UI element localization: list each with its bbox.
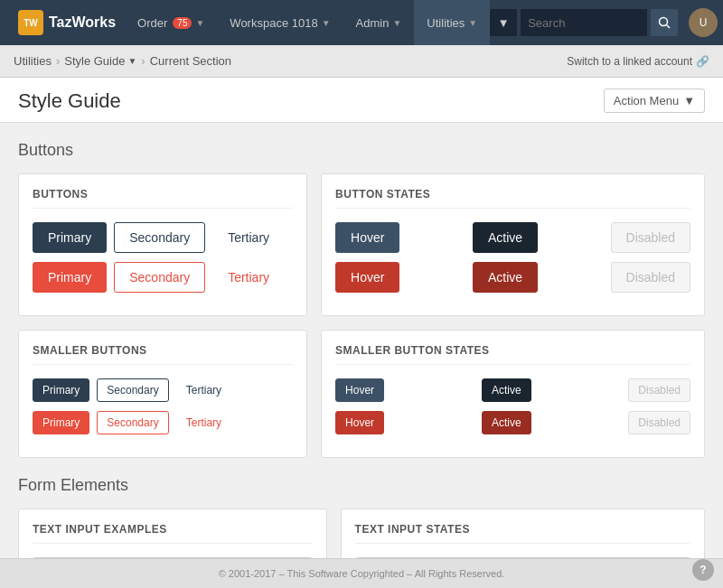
sm-disabled-btn-red: Disabled [628, 411, 690, 434]
disabled-btn-dark: Disabled [611, 222, 690, 253]
avatar[interactable]: U [689, 8, 718, 37]
nav-item-utilities[interactable]: Utilities ▼ [414, 0, 490, 45]
buttons-panel-header: BUTTONS [33, 188, 293, 209]
svg-line-1 [667, 25, 671, 29]
secondary-btn-red[interactable]: Secondary [114, 262, 205, 293]
button-states-row-1: Hover Active Disabled [335, 222, 690, 253]
sm-secondary-btn-dark[interactable]: Secondary [97, 378, 168, 402]
switch-account[interactable]: Switch to a linked account 🔗 [567, 55, 709, 68]
sm-active-btn-red[interactable]: Active [482, 411, 531, 434]
search-icon [658, 16, 671, 29]
smaller-buttons-row: SMALLER BUTTONS Primary Secondary Tertia… [18, 330, 705, 458]
disabled-btn-red: Disabled [611, 262, 690, 293]
action-menu-caret: ▼ [683, 94, 695, 107]
nav-admin-label: Admin [356, 16, 390, 30]
help-button[interactable]: ? [692, 559, 714, 581]
nav-order-label: Order [137, 16, 167, 30]
sm-tertiary-btn-dark[interactable]: Tertiary [176, 378, 231, 402]
button-states-panel: BUTTON STATES Hover Active Disabled Hove… [321, 173, 705, 316]
active-btn-dark[interactable]: Active [473, 222, 538, 253]
hover-btn-dark[interactable]: Hover [335, 222, 399, 253]
sm-disabled-btn-dark: Disabled [628, 378, 690, 402]
button-row-1: Primary Secondary Tertiary [33, 222, 293, 253]
button-row-2: Primary Secondary Tertiary [33, 262, 293, 293]
page-title: Style Guide [18, 89, 121, 113]
top-navigation: TW TazWorks Order 75 ▼ Workspace 1018 ▼ … [0, 0, 723, 45]
primary-btn-red[interactable]: Primary [33, 262, 107, 293]
sep2: › [141, 54, 145, 68]
text-input-states-header: TEXT INPUT STATES [355, 523, 690, 544]
logo[interactable]: TW TazWorks [9, 10, 125, 35]
sm-hover-btn-red[interactable]: Hover [335, 411, 384, 434]
primary-btn-dark[interactable]: Primary [33, 222, 107, 253]
nav-item-workspace[interactable]: Workspace 1018 ▼ [217, 0, 343, 45]
tertiary-btn-dark[interactable]: Tertiary [212, 222, 285, 253]
sub-bar: Utilities › Style Guide ▼ › Current Sect… [0, 45, 723, 78]
buttons-panel: BUTTONS Primary Secondary Tertiary Prima… [18, 173, 307, 316]
sm-tertiary-btn-red[interactable]: Tertiary [176, 411, 231, 434]
buttons-section-title: Buttons [18, 141, 705, 160]
sm-active-btn-dark[interactable]: Active [482, 378, 531, 402]
style-guide-caret: ▼ [127, 56, 136, 66]
smaller-buttons-panel-header: SMALLER BUTTONS [33, 344, 293, 365]
search-input[interactable] [521, 9, 647, 36]
subnav-utilities[interactable]: Utilities [14, 54, 52, 68]
workspace-caret: ▼ [322, 18, 331, 28]
utilities-caret: ▼ [468, 18, 477, 28]
smaller-button-states-panel: SMALLER BUTTON STATES Hover Active Disab… [321, 330, 705, 458]
sep1: › [56, 54, 60, 68]
action-menu-button[interactable]: Action Menu ▼ [604, 89, 705, 113]
form-section-title: Form Elements [18, 476, 705, 495]
link-icon: 🔗 [696, 55, 709, 68]
sm-hover-btn-dark[interactable]: Hover [335, 378, 384, 402]
search-dropdown-btn[interactable]: ▼ [490, 9, 517, 36]
smaller-button-states-row-2: Hover Active Disabled [335, 411, 690, 434]
page-content: Buttons BUTTONS Primary Secondary Tertia… [0, 123, 723, 588]
smaller-buttons-panel: SMALLER BUTTONS Primary Secondary Tertia… [18, 330, 307, 458]
button-states-panel-header: BUTTON STATES [335, 188, 690, 209]
search-bar: ▼ U [490, 8, 718, 37]
page-header: Style Guide Action Menu ▼ [0, 78, 723, 123]
search-button[interactable] [651, 9, 678, 36]
smaller-button-states-panel-header: SMALLER BUTTON STATES [335, 344, 690, 365]
secondary-btn-dark[interactable]: Secondary [114, 222, 205, 253]
logo-text: TazWorks [49, 14, 116, 31]
order-caret: ▼ [195, 18, 204, 28]
subnav-current-section[interactable]: Current Section [150, 54, 231, 68]
logo-icon: TW [18, 10, 43, 35]
nav-workspace-label: Workspace 1018 [230, 16, 317, 30]
smaller-button-row-2: Primary Secondary Tertiary [33, 411, 293, 434]
sm-primary-btn-red[interactable]: Primary [33, 411, 89, 434]
active-btn-red[interactable]: Active [473, 262, 538, 293]
nav-utilities-label: Utilities [427, 16, 465, 30]
button-states-row-2: Hover Active Disabled [335, 262, 690, 293]
sm-secondary-btn-red[interactable]: Secondary [97, 411, 168, 434]
nav-item-admin[interactable]: Admin ▼ [343, 0, 415, 45]
hover-btn-red[interactable]: Hover [335, 262, 399, 293]
smaller-button-states-row-1: Hover Active Disabled [335, 378, 690, 402]
svg-point-0 [660, 18, 668, 26]
smaller-button-row-1: Primary Secondary Tertiary [33, 378, 293, 402]
footer-text: © 2001-2017 – This Software Copyrighted … [219, 568, 505, 579]
footer: © 2001-2017 – This Software Copyrighted … [0, 558, 723, 588]
sm-primary-btn-dark[interactable]: Primary [33, 378, 89, 402]
tertiary-btn-red[interactable]: Tertiary [212, 262, 285, 293]
admin-caret: ▼ [392, 18, 401, 28]
nav-item-order[interactable]: Order 75 ▼ [125, 0, 217, 45]
subnav-style-guide[interactable]: Style Guide ▼ [64, 54, 136, 68]
buttons-row-1: BUTTONS Primary Secondary Tertiary Prima… [18, 173, 705, 316]
text-input-examples-header: TEXT INPUT EXAMPLES [33, 523, 313, 544]
order-badge: 75 [173, 17, 192, 29]
